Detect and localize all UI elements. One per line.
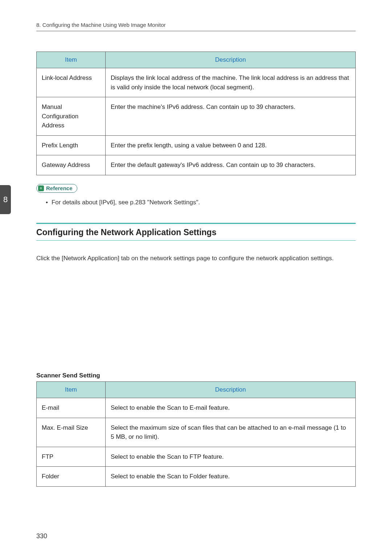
section-rule-top xyxy=(36,223,356,224)
table-cell-item: Prefix Length xyxy=(37,135,106,155)
table-row: Max. E-mail Size Select the maximum size… xyxy=(37,418,356,447)
table-header-desc: Description xyxy=(106,52,356,68)
chapter-header: 8. Configuring the Machine Using Web Ima… xyxy=(36,22,356,28)
bullet-icon: • xyxy=(46,199,48,206)
table-cell-desc: Select to enable the Scan to FTP feature… xyxy=(106,447,356,467)
section-heading-block: Configuring the Network Application Sett… xyxy=(36,223,356,241)
table-header-item: Item xyxy=(37,382,106,398)
table-row: E-mail Select to enable the Scan to E-ma… xyxy=(37,398,356,418)
table-row: Gateway Address Enter the default gatewa… xyxy=(37,155,356,175)
chapter-side-tab: 8 xyxy=(0,185,11,214)
ipv6-settings-table: Item Description Link-local Address Disp… xyxy=(36,52,356,175)
reference-body: •For details about [IPv6], see p.283 "Ne… xyxy=(46,198,356,207)
table-header-desc: Description xyxy=(106,382,356,398)
table-cell-item: Gateway Address xyxy=(37,155,106,175)
table-row: Prefix Length Enter the prefix length, u… xyxy=(37,135,356,155)
header-rule xyxy=(36,31,356,31)
reference-icon: ≡ xyxy=(38,185,44,191)
table-cell-desc: Enter the prefix length, using a value b… xyxy=(106,135,356,155)
table-cell-desc: Enter the machine's IPv6 address. Can co… xyxy=(106,97,356,136)
table-cell-item: Max. E-mail Size xyxy=(37,418,106,447)
table-cell-item: FTP xyxy=(37,447,106,467)
table-cell-item: E-mail xyxy=(37,398,106,418)
table-cell-item: Manual Configuration Address xyxy=(37,97,106,136)
page-number: 330 xyxy=(36,532,47,540)
table-cell-desc: Enter the default gateway's IPv6 address… xyxy=(106,155,356,175)
reference-label-text: Reference xyxy=(46,185,73,191)
table-cell-item: Link-local Address xyxy=(37,68,106,97)
table-row: Folder Select to enable the Scan to Fold… xyxy=(37,467,356,487)
table-cell-desc: Select to enable the Scan to Folder feat… xyxy=(106,467,356,487)
table-header-item: Item xyxy=(37,52,106,68)
table-header-row: Item Description xyxy=(37,382,356,398)
table-cell-desc: Select the maximum size of scan files th… xyxy=(106,418,356,447)
body-paragraph: Click the [Network Application] tab on t… xyxy=(36,254,356,263)
scanner-send-table: Item Description E-mail Select to enable… xyxy=(36,381,356,487)
reference-label: ≡ Reference xyxy=(36,184,77,193)
table-header-row: Item Description xyxy=(37,52,356,68)
table-row: FTP Select to enable the Scan to FTP fea… xyxy=(37,447,356,467)
subheading-scanner-send: Scanner Send Setting xyxy=(36,372,356,379)
table-row: Manual Configuration Address Enter the m… xyxy=(37,97,356,136)
reference-text: For details about [IPv6], see p.283 "Net… xyxy=(52,199,200,206)
table-cell-desc: Displays the link local address of the m… xyxy=(106,68,356,97)
table-cell-item: Folder xyxy=(37,467,106,487)
section-heading: Configuring the Network Application Sett… xyxy=(36,228,356,237)
table-cell-desc: Select to enable the Scan to E-mail feat… xyxy=(106,398,356,418)
section-rule-bottom xyxy=(36,240,356,241)
table-row: Link-local Address Displays the link loc… xyxy=(37,68,356,97)
